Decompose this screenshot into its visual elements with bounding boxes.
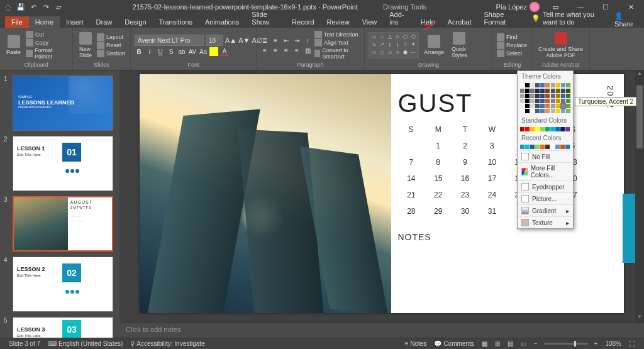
color-swatch[interactable]: [566, 104, 570, 108]
smartart-button[interactable]: Convert to SmartArt: [314, 47, 360, 60]
cut-button[interactable]: Cut: [26, 31, 69, 38]
slide-thumbnails-panel[interactable]: 1 SIMPLELESSONS LEARNEDPRESENTATION TEMP…: [0, 70, 119, 338]
format-painter-button[interactable]: Format Painter: [26, 47, 69, 60]
color-swatch[interactable]: [525, 89, 530, 93]
bullets-button[interactable]: ≣: [260, 36, 269, 45]
indent-inc-button[interactable]: ⇥: [292, 36, 301, 45]
replace-button[interactable]: Replace: [497, 42, 527, 49]
color-swatch[interactable]: [545, 104, 550, 108]
highlight-button[interactable]: [209, 47, 218, 56]
color-swatch[interactable]: [561, 99, 565, 103]
thumbnail-4[interactable]: LESSON 2Edit Title Here 02: [13, 257, 113, 312]
find-button[interactable]: Find: [497, 33, 527, 41]
color-swatch[interactable]: [520, 145, 525, 149]
color-swatch[interactable]: [560, 145, 565, 149]
color-swatch[interactable]: [551, 83, 555, 87]
color-swatch[interactable]: [566, 99, 570, 103]
more-colors-item[interactable]: More Fill Colors...: [518, 162, 573, 180]
color-swatch[interactable]: [520, 104, 525, 108]
arrange-button[interactable]: Arrange: [421, 34, 447, 57]
color-swatch[interactable]: [566, 89, 570, 93]
color-swatch[interactable]: [551, 89, 555, 93]
color-swatch[interactable]: [551, 94, 555, 98]
tab-draw[interactable]: Draw: [90, 16, 119, 28]
color-swatch[interactable]: [545, 127, 550, 131]
zoom-in-button[interactable]: +: [591, 340, 602, 347]
color-swatch[interactable]: [520, 109, 525, 113]
color-swatch[interactable]: [561, 83, 565, 87]
align-center-button[interactable]: ≡: [271, 46, 280, 55]
accessibility-button[interactable]: ⚲ Accessibility: Investigate: [126, 340, 208, 347]
color-swatch[interactable]: [535, 94, 540, 98]
tab-insert[interactable]: Insert: [60, 16, 90, 28]
color-swatch[interactable]: [556, 99, 560, 103]
color-swatch[interactable]: [545, 109, 550, 113]
color-swatch[interactable]: [551, 104, 555, 108]
tab-shape-format[interactable]: Shape Format: [477, 9, 525, 28]
layout-button[interactable]: Layout: [97, 33, 125, 41]
texture-item[interactable]: Texture▸: [518, 216, 573, 228]
color-swatch[interactable]: [561, 109, 565, 113]
color-swatch[interactable]: [520, 127, 525, 131]
thumbnail-1[interactable]: SIMPLELESSONS LEARNEDPRESENTATION TEMPLA…: [13, 75, 113, 131]
color-swatch[interactable]: [545, 89, 550, 93]
notes-heading[interactable]: NOTES: [391, 232, 605, 242]
color-swatch[interactable]: [561, 104, 565, 108]
font-size-combo[interactable]: 18: [206, 35, 223, 46]
color-swatch[interactable]: [561, 89, 565, 93]
color-swatch[interactable]: [556, 94, 560, 98]
decrease-font-icon[interactable]: A▼: [238, 36, 250, 44]
tab-transitions[interactable]: Transitions: [153, 16, 199, 28]
color-swatch[interactable]: [525, 104, 530, 108]
color-swatch[interactable]: [540, 83, 545, 87]
color-swatch[interactable]: [535, 109, 540, 113]
color-swatch[interactable]: [555, 145, 560, 149]
font-family-combo[interactable]: Avenir Next LT Pro: [135, 35, 204, 46]
paste-button[interactable]: Paste: [4, 34, 23, 57]
color-swatch[interactable]: [530, 127, 535, 131]
color-swatch[interactable]: [530, 104, 535, 108]
color-swatch[interactable]: [535, 99, 540, 103]
new-slide-button[interactable]: New Slide: [77, 31, 94, 60]
line-spacing-button[interactable]: ↕: [303, 36, 312, 45]
section-button[interactable]: Section: [97, 50, 125, 57]
align-text-button[interactable]: Align Text: [314, 39, 360, 47]
tab-addins[interactable]: Add-ins: [383, 9, 414, 28]
color-swatch[interactable]: [530, 89, 535, 93]
color-swatch[interactable]: [525, 83, 530, 87]
save-icon[interactable]: 💾: [16, 3, 25, 11]
color-swatch[interactable]: [545, 99, 550, 103]
align-left-button[interactable]: ≡: [260, 46, 269, 55]
tell-me[interactable]: 💡 Tell me what you want to do: [525, 9, 614, 28]
picture-fill-item[interactable]: Picture...: [518, 192, 573, 204]
color-swatch[interactable]: [555, 127, 560, 131]
eyedropper-item[interactable]: Eyedropper: [518, 180, 573, 192]
shapes-gallery[interactable]: ▭○△◇⬡⬠ ↘↗{}☆✦ ⬭⬯▱◊⬟⋯: [369, 32, 419, 58]
spacing-button[interactable]: AV: [188, 47, 197, 56]
color-swatch[interactable]: [530, 83, 535, 87]
quick-styles-button[interactable]: Quick Styles: [449, 31, 470, 60]
color-swatch[interactable]: [540, 89, 545, 93]
slide-image[interactable]: [140, 74, 391, 313]
view-reading-icon[interactable]: ▤: [504, 340, 517, 347]
zoom-value[interactable]: 108%: [601, 340, 625, 347]
thumbnail-5[interactable]: LESSON 3Edit Title Here 03: [13, 317, 113, 338]
color-swatch[interactable]: [540, 94, 545, 98]
no-fill-item[interactable]: No Fill: [518, 150, 573, 162]
tab-file[interactable]: File: [5, 16, 29, 28]
zoom-slider[interactable]: [544, 343, 588, 345]
tab-home[interactable]: Home: [29, 16, 60, 28]
color-swatch[interactable]: [540, 109, 545, 113]
notes-toggle[interactable]: ≡ Notes: [401, 340, 430, 347]
copy-button[interactable]: Copy: [26, 39, 69, 47]
italic-button[interactable]: I: [145, 47, 154, 56]
redo-icon[interactable]: ↷: [42, 3, 50, 11]
zoom-out-button[interactable]: −: [530, 340, 541, 347]
color-swatch[interactable]: [520, 99, 525, 103]
tab-help[interactable]: Help: [414, 16, 441, 28]
color-swatch[interactable]: [530, 99, 535, 103]
color-swatch[interactable]: [535, 127, 540, 131]
color-swatch[interactable]: [545, 94, 550, 98]
color-swatch[interactable]: [540, 127, 545, 131]
start-slideshow-icon[interactable]: ▱: [54, 3, 63, 11]
